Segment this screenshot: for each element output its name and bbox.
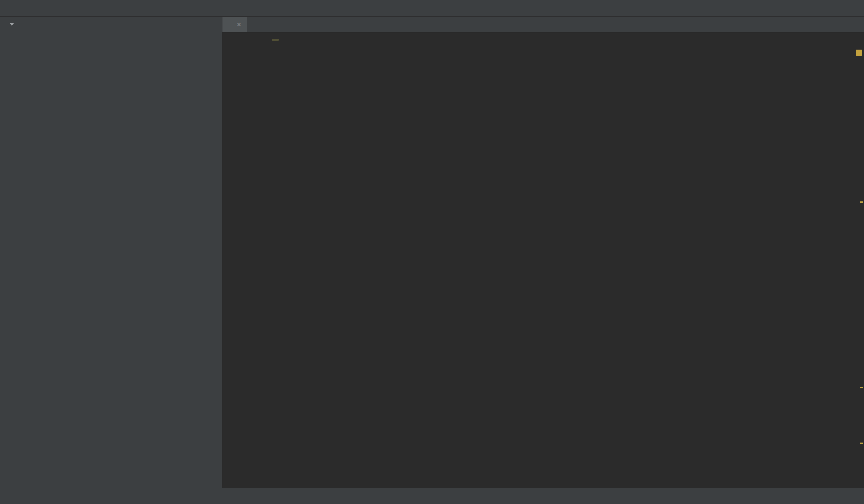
navigation-bar: [0, 0, 864, 17]
editor-breadcrumb-helloaractivity[interactable]: [272, 39, 279, 41]
error-stripe-mark[interactable]: [860, 387, 863, 388]
ide-window: ×: [0, 0, 864, 504]
project-view-selector[interactable]: [4, 23, 14, 26]
code-area: [223, 47, 864, 488]
error-stripe-mark[interactable]: [860, 201, 863, 203]
tab-helloaractivity-java[interactable]: ×: [223, 17, 247, 32]
error-stripe-mark[interactable]: [860, 443, 863, 444]
editor-tab-bar: ×: [223, 17, 864, 33]
main-area: ×: [0, 17, 864, 488]
project-tree: [0, 32, 222, 488]
status-bar: [0, 488, 864, 504]
editor-area: ×: [223, 17, 864, 488]
inspection-indicator[interactable]: [856, 50, 862, 56]
project-tool-header: [0, 17, 222, 32]
project-tool-window: [0, 17, 223, 488]
close-tab-icon[interactable]: ×: [237, 20, 241, 29]
chevron-down-icon: [10, 23, 14, 26]
editor-breadcrumb-bar: [223, 33, 864, 47]
